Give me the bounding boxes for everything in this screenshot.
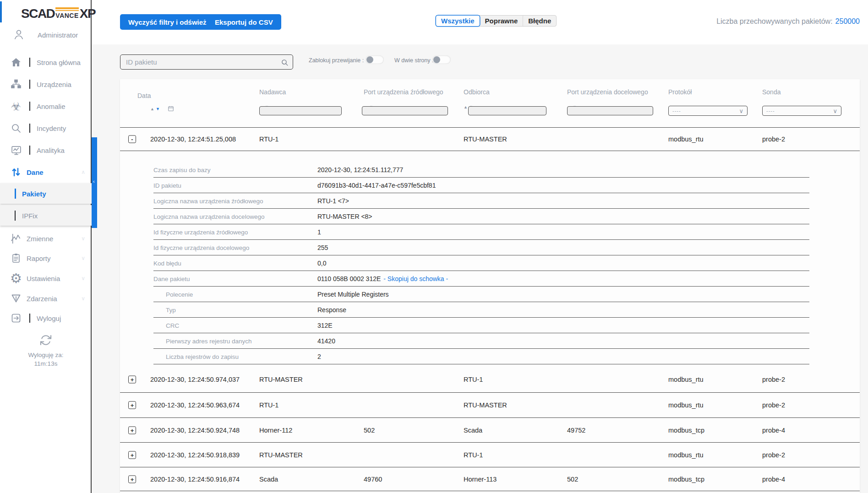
logo-vance: VANCE — [55, 12, 78, 19]
gear-icon: ⚙ — [10, 272, 22, 284]
biohazard-icon: ☣ — [10, 100, 22, 112]
sidebar-item-wyloguj[interactable]: Wyloguj — [0, 307, 92, 329]
calendar-icon[interactable] — [168, 105, 174, 112]
table-row: + 2020-12-30, 12:24:50.963,674 RTU-1 RTU… — [120, 393, 860, 418]
segment-poprawne[interactable]: Poprawne — [480, 16, 523, 26]
expand-row-button[interactable]: + — [128, 451, 136, 459]
detail-row: TypResponse — [153, 302, 809, 318]
detail-row: Logiczna nazwa urządzenia źródłowegoRTU-… — [153, 193, 809, 209]
search-icon — [281, 59, 289, 66]
filter-port-zrodlowy-input[interactable] — [362, 106, 448, 115]
packets-table: Data Nadawca Port urządzenia źródłowego … — [120, 79, 860, 493]
table-row: + 2020-12-30, 12:24:50.918,839 RTU-MASTE… — [120, 443, 860, 467]
logout-icon — [10, 312, 22, 324]
chevron-down-icon: ∨ — [81, 235, 85, 242]
column-header-port-zrodlowy: Port urządzenia źródłowego — [364, 88, 443, 96]
analytics-icon — [10, 144, 22, 156]
sidebar: SCAD VANCE XP Administrator Strona główn… — [0, 0, 92, 493]
sidebar-item-raporty[interactable]: Raporty ∨ — [0, 248, 92, 268]
column-header-nadawca: Nadawca — [259, 88, 286, 96]
user-icon — [13, 28, 25, 40]
column-header-port-docelowy: Port urządzenia docelowego — [567, 88, 648, 96]
clear-filters-button[interactable]: Wyczyść filtry i odśwież — [120, 14, 215, 30]
table-row: + 2020-12-30, 12:24:50.974,037 RTU-MASTE… — [120, 367, 860, 393]
sort-desc-icon: ▼ — [156, 107, 161, 111]
app-logo[interactable]: SCAD VANCE XP — [21, 6, 95, 21]
detail-row: Liczba rejestrów do zapisu2 — [153, 349, 809, 364]
sidebar-item-analityka[interactable]: Analityka — [0, 139, 92, 161]
logo-orange-bar — [55, 7, 78, 9]
expand-row-button[interactable]: + — [128, 401, 136, 409]
filter-nadawca-input[interactable] — [259, 106, 342, 115]
detail-row: Logiczna nazwa urządzenia docelowegoRTU-… — [153, 209, 809, 224]
warning-triangle-icon — [10, 293, 22, 304]
export-csv-button[interactable]: Eksportuj do CSV — [207, 14, 281, 30]
segment-bledne[interactable]: Błędne — [523, 16, 556, 26]
session-refresh-icon[interactable] — [39, 334, 52, 347]
detail-row: CRC312E — [153, 318, 809, 333]
lock-scroll-toggle[interactable] — [366, 55, 384, 64]
sidebar-item-anomalie[interactable]: ☣ Anomalie — [0, 95, 92, 117]
filter-protokol-select[interactable]: ---- ∨ — [668, 106, 748, 116]
sidebar-item-zdarzenia[interactable]: Zdarzenia ∨ — [0, 288, 92, 309]
sidebar-item-strona-glowna[interactable]: Strona główna — [0, 51, 92, 73]
user-account[interactable]: Administrator — [0, 27, 92, 43]
detail-row: Czas zapisu do bazy2020-12-30, 12:24:51.… — [153, 162, 809, 178]
sidebar-item-ipfix[interactable]: IPFix — [0, 205, 92, 226]
copy-to-clipboard-link[interactable]: - Skopiuj do schowka - — [383, 275, 448, 282]
packet-count-label: Liczba przechowywanych pakietów: — [716, 17, 832, 25]
sidebar-item-ustawienia[interactable]: ⚙ Ustawienia ∨ — [0, 268, 92, 288]
sidebar-collapse-handle[interactable]: ‹ — [92, 137, 97, 228]
detail-row: ID pakietud76091b3-40d1-4417-a47e-c597fe… — [153, 178, 809, 193]
detail-row: Kod błędu0,0 — [153, 255, 809, 271]
two-way-toggle[interactable] — [432, 55, 451, 64]
sidebar-item-incydenty[interactable]: Incydenty — [0, 117, 92, 139]
lock-scroll-label: Zablokuj przewijanie : — [309, 57, 364, 64]
reports-icon — [10, 252, 22, 264]
sidebar-item-urzadzenia[interactable]: Urządzenia — [0, 73, 92, 95]
user-name: Administrator — [38, 31, 78, 39]
variables-chart-icon — [10, 233, 22, 244]
detail-row: Pierwszy adres rejestru danych41420 — [153, 333, 809, 349]
devices-icon — [10, 78, 22, 90]
chevron-up-icon: ∧ — [81, 169, 85, 175]
logo-scad: SCAD — [21, 6, 55, 21]
column-header-odbiorca: Odbiorca — [464, 88, 490, 96]
chevron-down-icon: ∨ — [81, 255, 85, 261]
filter-port-docelowy-input[interactable] — [567, 106, 653, 115]
two-way-label: W dwie strony : — [394, 57, 433, 64]
logout-timer-label: Wyloguję za: — [0, 351, 92, 359]
packet-count-value: 250000 — [835, 17, 860, 25]
table-row: + 2020-12-30, 12:24:50.924,748 Horner-11… — [120, 418, 860, 443]
expand-row-button[interactable]: + — [128, 376, 136, 384]
expand-row-button[interactable]: + — [128, 426, 136, 434]
detail-row: Id fizyczne urządzenia źródłowego1 — [153, 224, 809, 240]
chevron-down-icon: ∨ — [833, 108, 837, 114]
chevron-down-icon: ∨ — [81, 275, 85, 282]
search-input[interactable] — [120, 55, 293, 69]
sidebar-item-zmienne[interactable]: Zmienne ∨ — [0, 228, 92, 249]
chevron-down-icon: ∨ — [739, 108, 743, 114]
topbar: Wyczyść filtry i odśwież Eksportuj do CS… — [92, 0, 868, 44]
expand-row-button[interactable]: + — [128, 475, 136, 483]
filter-sonda-select[interactable]: ---- ∨ — [762, 106, 841, 116]
sort-data[interactable]: ▲▼ — [150, 107, 161, 111]
sidebar-item-dane[interactable]: Dane ∧ — [0, 161, 92, 183]
segment-wszystkie[interactable]: Wszystkie — [436, 16, 480, 26]
logout-timer: Wyloguję za: 11m:13s — [0, 351, 92, 368]
packet-count: Liczba przechowywanych pakietów:250000 — [716, 17, 860, 26]
collapse-chevron-icon: ‹ — [93, 179, 95, 184]
logo-xp: XP — [80, 6, 95, 21]
search-icon — [10, 122, 22, 134]
column-header-data: Data — [137, 92, 151, 99]
sidebar-item-pakiety[interactable]: Pakiety — [0, 183, 92, 204]
packet-filter-segmented: Wszystkie Poprawne Błędne — [436, 15, 557, 27]
detail-row: PoleceniePreset Multiple Registers — [153, 287, 809, 302]
filter-odbiorca-input[interactable] — [468, 106, 546, 115]
detail-row: Id fizyczne urządzenia docelowego255 — [153, 240, 809, 255]
column-header-protokol: Protokół — [668, 88, 692, 96]
corner-accent — [0, 1, 2, 22]
collapse-row-button[interactable]: - — [128, 135, 136, 143]
column-header-sonda: Sonda — [762, 88, 781, 96]
chevron-down-icon: ∨ — [81, 295, 85, 302]
